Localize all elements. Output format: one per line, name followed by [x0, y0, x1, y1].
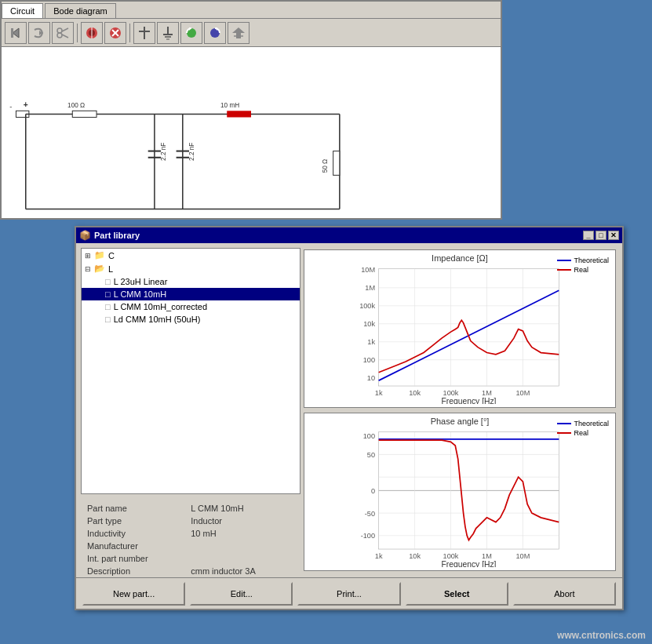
impedance-legend-real: Real — [557, 266, 609, 274]
svg-text:10 mH: 10 mH — [220, 102, 239, 109]
part-info-panel: Part name L CMM 10mH Part type Inductor … — [81, 499, 304, 577]
forward-btn[interactable] — [28, 22, 50, 44]
part-icon-LCMM10mH: □ — [105, 289, 111, 299]
svg-text:1M: 1M — [365, 284, 375, 292]
component-btn-4[interactable] — [157, 22, 179, 44]
tree-item-L[interactable]: ⊟ 📂 L — [82, 262, 300, 275]
separator2 — [129, 24, 130, 42]
titlebar-icon: 📦 — [79, 230, 91, 241]
tree-label-L: L — [108, 264, 113, 274]
minimize-button[interactable]: _ — [583, 231, 594, 240]
svg-rect-43 — [333, 151, 340, 176]
tab-circuit[interactable]: Circuit — [2, 3, 43, 18]
svg-text:10k: 10k — [363, 320, 375, 328]
svg-text:10M: 10M — [361, 266, 375, 274]
part-icon-L23uH: □ — [105, 277, 111, 286]
svg-text:100 Ω: 100 Ω — [67, 102, 85, 109]
impedance-chart-svg: 10M 1M 100k 10k 1k 100 10 1k 10k 100k 1M… — [304, 264, 615, 404]
close-button[interactable]: ✕ — [608, 231, 619, 240]
expand-icon-C: ⊞ — [85, 252, 91, 260]
component-btn-6[interactable] — [204, 22, 226, 44]
component-btn-3[interactable] — [133, 22, 155, 44]
part-type-label: Part type — [84, 515, 188, 527]
svg-text:-: - — [9, 103, 12, 111]
svg-text:-50: -50 — [365, 510, 375, 518]
circuit-canvas: - + 100 Ω 10 mH — [2, 47, 501, 218]
svg-rect-28 — [72, 111, 97, 117]
svg-text:1M: 1M — [482, 389, 492, 397]
svg-text:1k: 1k — [367, 338, 375, 346]
tree-item-L23uH[interactable]: □ L 23uH Linear — [82, 275, 300, 288]
tab-bode[interactable]: Bode diagram — [45, 3, 116, 18]
tree-label-C: C — [108, 251, 115, 260]
component-btn-5[interactable] — [180, 22, 202, 44]
svg-text:0: 0 — [371, 487, 375, 495]
int-part-number-label: Int. part number — [84, 552, 188, 565]
impedance-chart: Impedance [Ω] Theoretical Real — [304, 249, 616, 408]
part-library-titlebar: 📦 Part library _ □ ✕ — [76, 227, 622, 243]
abort-button[interactable]: Abort — [513, 582, 616, 606]
svg-rect-30 — [227, 111, 251, 117]
int-part-number-value — [188, 552, 297, 565]
manufacturer-value — [188, 540, 297, 552]
maximize-button[interactable]: □ — [596, 231, 606, 240]
button-row: New part... Edit... Print... Select Abor… — [76, 577, 622, 609]
part-name-label: Part name — [84, 502, 188, 515]
component-btn-1[interactable] — [81, 22, 103, 44]
part-tree: ⊞ 📁 C ⊟ 📂 L □ L 23uH Linear — [81, 248, 301, 494]
component-btn-2[interactable] — [104, 22, 126, 44]
phase-real-line — [557, 432, 571, 434]
description-value: cmm inductor 3A — [188, 565, 297, 577]
circuit-titlebar: Circuit Bode diagram — [2, 2, 501, 19]
tree-item-LCMM10mH-corrected[interactable]: □ L CMM 10mH_corrected — [82, 300, 300, 313]
phase-legend-theoretical: Theoretical — [557, 420, 609, 428]
part-type-value: Inductor — [188, 515, 297, 527]
svg-text:10: 10 — [367, 374, 375, 382]
real-label: Real — [574, 266, 588, 274]
part-name-value: L CMM 10mH — [188, 502, 297, 515]
charts-panel: Impedance [Ω] Theoretical Real — [304, 249, 616, 571]
part-icon-LdCMM: □ — [105, 315, 111, 324]
svg-text:10k: 10k — [409, 552, 421, 560]
part-library-window: 📦 Part library _ □ ✕ ⊞ 📁 C — [75, 226, 624, 610]
theoretical-label: Theoretical — [574, 257, 609, 264]
info-row-partname: Part name L CMM 10mH — [84, 502, 297, 515]
tree-item-C[interactable]: ⊞ 📁 C — [82, 249, 300, 262]
new-part-button[interactable]: New part... — [82, 582, 185, 606]
circuit-svg: - + 100 Ω 10 mH — [2, 47, 501, 218]
folder-icon-C: 📁 — [94, 250, 105, 260]
svg-text:100: 100 — [363, 356, 375, 364]
edit-button[interactable]: Edit... — [190, 582, 293, 606]
phase-chart-svg: 100 50 0 -50 -100 1k 10k 100k 1M 10M Fre… — [304, 428, 615, 567]
svg-text:Frequency [Hz]: Frequency [Hz] — [441, 397, 496, 404]
svg-text:50: 50 — [367, 451, 375, 459]
tree-item-LdCMM[interactable]: □ Ld CMM 10mH (50uH) — [82, 313, 300, 326]
svg-text:-100: -100 — [361, 532, 375, 540]
print-button[interactable]: Print... — [297, 582, 400, 606]
tree-label-LdCMM: Ld CMM 10mH (50uH) — [114, 315, 201, 324]
svg-text:10M: 10M — [515, 552, 530, 560]
impedance-legend-theoretical: Theoretical — [557, 257, 609, 264]
back-btn[interactable] — [5, 22, 27, 44]
component-btn-7[interactable] — [228, 22, 250, 44]
watermark: www.cntronics.com — [557, 630, 646, 641]
expand-icon-L: ⊟ — [85, 265, 91, 273]
inductivity-label: Inductivity — [84, 527, 188, 540]
svg-text:2.2 nF: 2.2 nF — [160, 143, 167, 161]
impedance-chart-legend: Theoretical Real — [557, 257, 609, 275]
svg-text:+: + — [24, 100, 28, 109]
svg-text:100k: 100k — [443, 552, 459, 560]
theoretical-line-color — [557, 260, 571, 261]
phase-legend-real: Real — [557, 429, 609, 437]
circuit-toolbar — [2, 19, 501, 47]
circuit-window: Circuit Bode diagram — [0, 0, 502, 220]
scissors-btn[interactable] — [52, 22, 74, 44]
inductivity-value: 10 mH — [188, 527, 297, 540]
svg-text:1M: 1M — [482, 552, 492, 560]
svg-point-3 — [57, 28, 62, 33]
separator1 — [77, 24, 78, 42]
svg-rect-45 — [379, 269, 559, 386]
svg-text:2.2 nF: 2.2 nF — [188, 143, 195, 161]
tree-item-LCMM10mH[interactable]: □ L CMM 10mH — [82, 288, 300, 300]
select-button[interactable]: Select — [406, 582, 508, 606]
